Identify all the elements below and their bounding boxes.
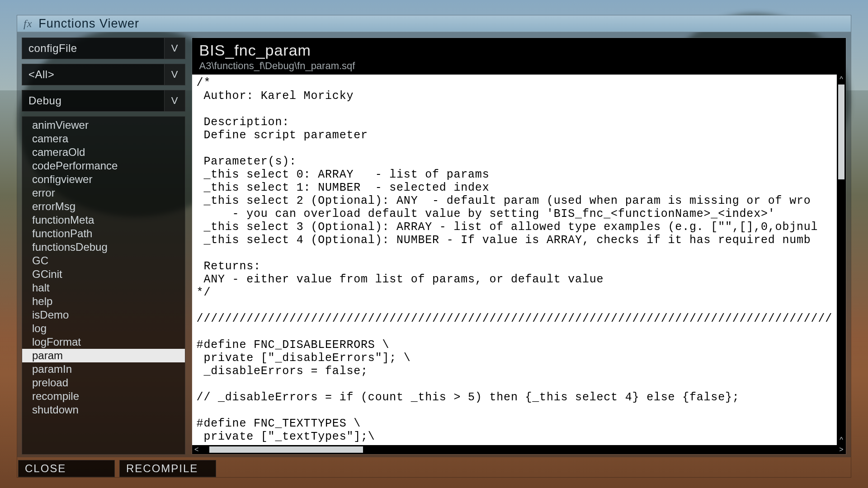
scroll-down-icon[interactable]: ^ [837,436,846,444]
horizontal-scroll-thumb[interactable] [209,446,363,453]
function-list-item[interactable]: logFormat [22,335,185,349]
function-header: BIS_fnc_param A3\functions_f\Debug\fn_pa… [192,38,846,75]
source-code[interactable]: /* Author: Karel Moricky Description: De… [192,75,837,445]
function-list-item[interactable]: halt [22,281,185,295]
category-dropdown-value: Debug [22,94,164,107]
function-list-item[interactable]: log [22,322,185,335]
window-body: configFile V <All> V Debug V animViewerc… [17,32,851,457]
tag-dropdown-value: <All> [22,68,164,81]
function-list-item[interactable]: isDemo [22,308,185,322]
functions-viewer-window: fx Functions Viewer configFile V <All> V… [17,15,851,477]
function-list-item[interactable]: animViewer [22,118,185,132]
window-titlebar: fx Functions Viewer [17,15,851,32]
scroll-left-icon[interactable]: < [192,446,201,454]
function-list-item[interactable]: codePerformance [22,159,185,173]
function-path: A3\functions_f\Debug\fn_param.sqf [199,60,839,72]
function-list-item[interactable]: paramIn [22,362,185,376]
function-list-item[interactable]: errorMsg [22,200,185,213]
function-list-item[interactable]: functionsDebug [22,240,185,254]
function-list[interactable]: animViewercameracameraOldcodePerformance… [22,116,185,455]
horizontal-scrollbar[interactable]: < > [192,445,846,454]
category-dropdown[interactable]: Debug V [22,90,185,112]
function-list-item[interactable]: preload [22,376,185,389]
function-list-item[interactable]: help [22,295,185,308]
chevron-down-icon: V [164,64,185,85]
function-list-item[interactable]: camera [22,132,185,145]
function-list-item[interactable]: recompile [22,389,185,403]
function-list-item[interactable]: functionPath [22,227,185,240]
function-list-item[interactable]: functionMeta [22,213,185,227]
close-button[interactable]: CLOSE [18,460,115,477]
recompile-button[interactable]: RECOMPILE [119,460,216,477]
vertical-scrollbar[interactable]: ^ ^ [837,75,846,445]
fx-icon: fx [24,18,32,30]
chevron-down-icon: V [164,90,185,111]
horizontal-scroll-track[interactable] [201,445,837,454]
scroll-right-icon[interactable]: > [837,446,846,454]
source-dropdown-value: configFile [22,42,164,55]
recompile-button-label: RECOMPILE [126,462,198,475]
function-name: BIS_fnc_param [199,42,839,59]
function-list-item[interactable]: error [22,186,185,200]
left-panel: configFile V <All> V Debug V animViewerc… [22,38,185,455]
close-button-label: CLOSE [25,462,66,475]
function-list-item[interactable]: shutdown [22,403,185,417]
chevron-down-icon: V [164,38,185,59]
function-list-item[interactable]: GC [22,254,185,267]
function-list-item[interactable]: cameraOld [22,145,185,159]
vertical-scroll-thumb[interactable] [838,84,844,179]
function-list-item[interactable]: GCinit [22,267,185,281]
code-area: /* Author: Karel Moricky Description: De… [192,75,846,445]
right-panel: BIS_fnc_param A3\functions_f\Debug\fn_pa… [192,38,846,455]
footer: CLOSE RECOMPILE [17,457,851,477]
function-list-item[interactable]: configviewer [22,173,185,186]
scroll-up-icon[interactable]: ^ [837,75,846,84]
window-title: Functions Viewer [38,17,139,31]
tag-dropdown[interactable]: <All> V [22,64,185,85]
function-list-item[interactable]: param [22,349,185,362]
source-dropdown[interactable]: configFile V [22,38,185,59]
